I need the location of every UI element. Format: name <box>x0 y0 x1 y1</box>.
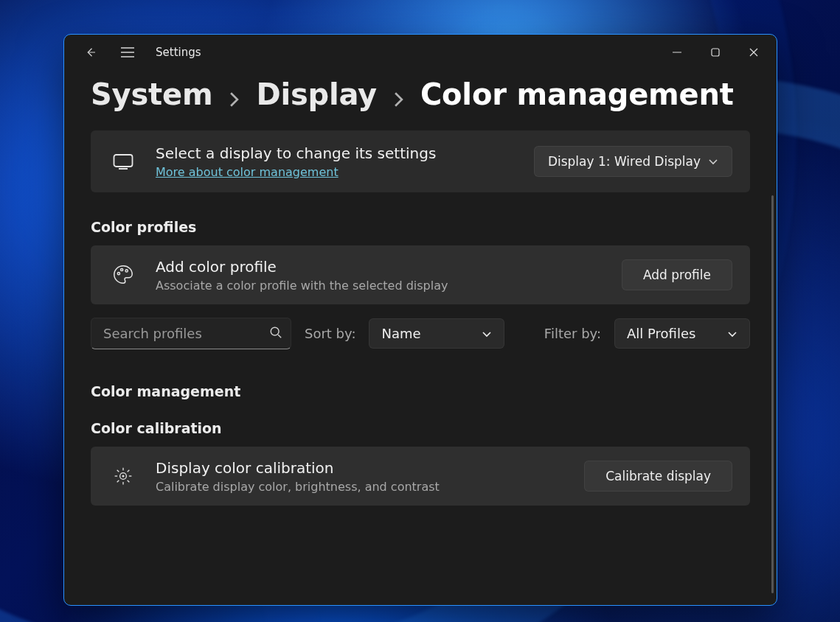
sort-by-label: Sort by: <box>305 326 355 341</box>
color-management-heading: Color management <box>91 383 750 399</box>
maximize-icon <box>711 48 720 57</box>
color-calibration-card: Display color calibration Calibrate disp… <box>91 447 750 506</box>
arrow-left-icon <box>84 46 97 59</box>
scrollbar[interactable] <box>771 195 774 593</box>
sort-by-dropdown[interactable]: Name <box>369 318 504 349</box>
brightness-icon <box>108 466 138 486</box>
display-selector-value: Display 1: Wired Display <box>548 154 701 169</box>
display-selector-dropdown[interactable]: Display 1: Wired Display <box>534 146 732 177</box>
svg-point-23 <box>122 475 124 477</box>
svg-rect-7 <box>114 155 133 167</box>
menu-icon <box>121 47 134 57</box>
svg-point-9 <box>117 273 119 275</box>
minimize-button[interactable] <box>660 38 694 67</box>
chevron-down-icon <box>482 326 492 341</box>
calibration-title: Display color calibration <box>156 458 566 478</box>
sort-by-value: Name <box>381 326 420 341</box>
add-color-profile-card: Add color profile Associate a color prof… <box>91 245 750 304</box>
calibrate-display-button[interactable]: Calibrate display <box>584 461 732 492</box>
app-title: Settings <box>156 46 201 59</box>
chevron-right-icon <box>393 91 404 108</box>
palette-icon <box>108 264 138 286</box>
svg-line-21 <box>117 481 119 483</box>
calibration-subtitle: Calibrate display color, brightness, and… <box>156 480 566 494</box>
search-profiles-input[interactable] <box>91 318 291 349</box>
display-icon <box>108 153 138 170</box>
chevron-down-icon <box>708 154 718 169</box>
close-icon <box>749 48 758 57</box>
breadcrumb-system[interactable]: System <box>91 77 212 111</box>
color-profiles-heading: Color profiles <box>91 219 750 235</box>
svg-point-11 <box>125 270 128 272</box>
display-selector-headline: Select a display to change its settings <box>156 144 516 164</box>
add-color-profile-title: Add color profile <box>156 257 604 277</box>
svg-point-10 <box>121 268 123 270</box>
chevron-down-icon <box>727 326 737 341</box>
breadcrumb-display[interactable]: Display <box>256 77 377 111</box>
more-about-color-management-link[interactable]: More about color management <box>156 165 339 179</box>
chevron-right-icon <box>229 91 240 108</box>
breadcrumb-color-management: Color management <box>420 77 734 111</box>
content-area: System Display Color management Select a… <box>64 70 777 605</box>
add-profile-button[interactable]: Add profile <box>622 259 732 290</box>
svg-line-19 <box>117 470 119 472</box>
svg-line-20 <box>128 481 130 483</box>
add-color-profile-subtitle: Associate a color profile with the selec… <box>156 279 604 293</box>
svg-line-22 <box>128 470 130 472</box>
minimize-icon <box>673 48 681 57</box>
hamburger-button[interactable] <box>111 38 144 67</box>
profiles-filter-row: Sort by: Name Filter by: All Profiles <box>91 318 750 349</box>
titlebar: Settings <box>64 35 777 70</box>
display-selector-card: Select a display to change its settings … <box>91 130 750 192</box>
color-calibration-heading: Color calibration <box>91 420 750 436</box>
back-button[interactable] <box>74 38 107 67</box>
filter-by-dropdown[interactable]: All Profiles <box>614 318 750 349</box>
filter-by-label: Filter by: <box>544 326 601 341</box>
filter-by-value: All Profiles <box>627 326 695 341</box>
breadcrumb: System Display Color management <box>91 77 750 111</box>
settings-window: Settings System Display <box>63 34 777 606</box>
search-profiles-wrapper <box>91 318 291 349</box>
svg-rect-4 <box>712 49 719 56</box>
maximize-button[interactable] <box>698 38 732 67</box>
close-button[interactable] <box>737 38 771 67</box>
